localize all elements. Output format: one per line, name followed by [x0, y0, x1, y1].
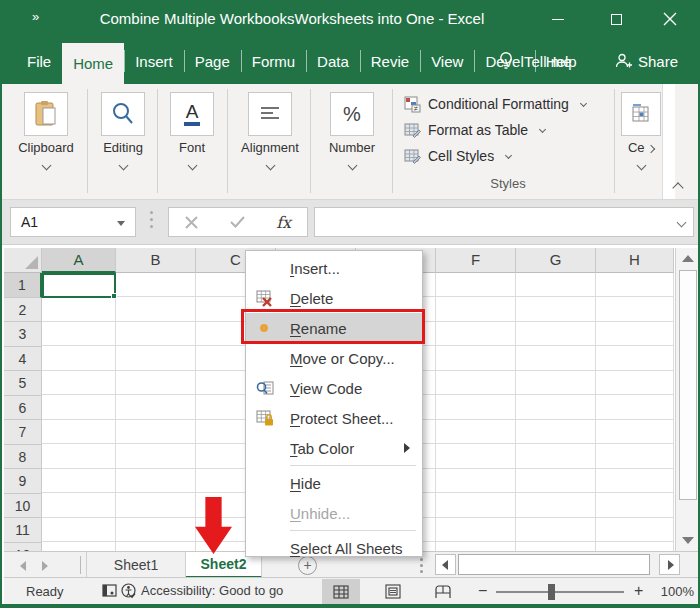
cell-styles-button[interactable]: Cell Styles	[404, 143, 612, 169]
zoom-slider-track[interactable]	[496, 591, 624, 593]
sheet-nav-right-icon[interactable]	[42, 561, 48, 571]
formula-bar-splitter[interactable]	[150, 211, 153, 232]
sheet-nav-left-icon[interactable]	[20, 561, 26, 571]
normal-view-button[interactable]	[322, 579, 360, 604]
macro-record-icon[interactable]	[102, 583, 117, 601]
cell-styles-label: Cell Styles	[428, 148, 494, 164]
menu-item-select-all-sheets[interactable]: Select All Sheets	[246, 533, 422, 563]
zoom-out-button[interactable]: −	[478, 582, 487, 600]
minimize-button[interactable]	[538, 6, 578, 32]
font-group-button[interactable]: A	[170, 92, 214, 136]
zoom-level-label[interactable]: 100%	[652, 584, 694, 599]
clipboard-group-button[interactable]	[24, 92, 68, 136]
tab-file[interactable]: File	[16, 38, 62, 84]
number-group-button[interactable]: %	[330, 92, 374, 136]
menu-item-hide[interactable]: Hide	[246, 468, 422, 498]
tab-insert[interactable]: Insert	[124, 38, 184, 84]
share-button[interactable]: Share	[614, 38, 678, 84]
menu-item-move-or-copy[interactable]: Move or Copy...	[246, 343, 422, 373]
insert-function-button[interactable]: fx	[276, 213, 291, 232]
vertical-scrollbar[interactable]	[675, 248, 700, 551]
clipboard-group-label: Clipboard	[8, 140, 84, 155]
row-header-9[interactable]: 9	[4, 469, 42, 494]
row-header-3[interactable]: 3	[4, 322, 42, 347]
menu-item-view-code[interactable]: View Code	[246, 373, 422, 403]
column-header-h[interactable]: H	[596, 248, 674, 273]
name-box-dropdown-icon[interactable]	[117, 221, 125, 226]
chevron-down-icon	[539, 125, 546, 132]
name-box[interactable]: A1	[10, 207, 136, 237]
row-header-5[interactable]: 5	[4, 371, 42, 396]
expand-formula-bar-icon[interactable]	[677, 218, 687, 228]
row-header-7[interactable]: 7	[4, 420, 42, 445]
format-as-table-button[interactable]: Format as Table	[404, 117, 612, 143]
row-header-10[interactable]: 10	[4, 494, 42, 519]
selected-cell-a1[interactable]	[42, 273, 116, 298]
zoom-in-button[interactable]: +	[634, 582, 643, 600]
hscroll-right-button[interactable]	[659, 554, 680, 575]
conditional-formatting-button[interactable]: ≠ Conditional Formatting	[404, 91, 612, 117]
scroll-up-icon[interactable]	[682, 255, 694, 262]
cells-group[interactable]: Ce	[618, 84, 664, 173]
quick-access-overflow-icon[interactable]: »	[32, 9, 37, 24]
font-group[interactable]: A Font	[154, 84, 230, 173]
close-button[interactable]	[650, 6, 690, 32]
alignment-group[interactable]: Alignment	[232, 84, 308, 173]
sheet-tab-sheet1[interactable]: Sheet1	[86, 552, 186, 578]
collapse-ribbon-button[interactable]	[674, 178, 686, 188]
enter-check-icon[interactable]	[230, 216, 245, 228]
menu-item-tab-color[interactable]: Tab Color	[246, 433, 422, 463]
tell-me-box[interactable]: Tell me	[498, 38, 572, 84]
scroll-down-icon[interactable]	[682, 537, 694, 544]
column-header-b[interactable]: B	[116, 248, 196, 273]
tab-formulas[interactable]: Formu	[241, 38, 306, 84]
column-header-f[interactable]: F	[436, 248, 516, 273]
column-header-g[interactable]: G	[516, 248, 596, 273]
conditional-formatting-label: Conditional Formatting	[428, 96, 569, 112]
tab-page-layout[interactable]: Page	[184, 38, 241, 84]
tab-home[interactable]: Home	[62, 43, 124, 84]
cancel-icon[interactable]	[185, 216, 198, 229]
cells-icon	[631, 104, 651, 124]
column-header-a[interactable]: A	[42, 248, 116, 273]
font-group-label: Font	[154, 140, 230, 155]
cells-group-label: Ce	[618, 140, 664, 155]
vertical-scroll-thumb[interactable]	[679, 270, 697, 500]
row-header-6[interactable]: 6	[4, 396, 42, 421]
row-header-1[interactable]: 1	[4, 273, 42, 298]
close-icon	[663, 12, 677, 26]
cells-group-button[interactable]	[621, 92, 661, 136]
page-break-view-button[interactable]	[424, 579, 462, 604]
editing-group[interactable]: Editing	[85, 84, 161, 173]
clipboard-group[interactable]: Clipboard	[8, 84, 84, 173]
row-header-4[interactable]: 4	[4, 347, 42, 372]
row-header-11[interactable]: 11	[4, 518, 42, 543]
zoom-slider-thumb[interactable]	[548, 584, 555, 600]
chevron-down-icon	[187, 161, 197, 171]
scroll-left-icon	[442, 560, 448, 570]
menu-item-protect-sheet[interactable]: Protect Sheet...	[246, 403, 422, 433]
ribbon: Clipboard Editing A Font Alignment	[2, 84, 698, 200]
tab-data[interactable]: Data	[306, 38, 360, 84]
tab-view[interactable]: View	[420, 38, 474, 84]
magnifier-icon	[110, 101, 136, 127]
tab-review[interactable]: Revie	[360, 38, 420, 84]
formula-bar: A1 fx	[2, 200, 698, 245]
hscroll-left-button[interactable]	[435, 554, 456, 575]
alignment-group-button[interactable]	[248, 92, 292, 136]
row-header-12[interactable]: 12	[4, 543, 42, 552]
number-group[interactable]: % Number	[314, 84, 390, 173]
select-all-triangle-icon	[25, 256, 38, 269]
select-all-corner[interactable]	[4, 248, 42, 273]
fill-handle[interactable]	[111, 293, 117, 299]
row-header-8[interactable]: 8	[4, 445, 42, 470]
page-layout-view-button[interactable]	[374, 579, 412, 604]
maximize-button[interactable]	[596, 6, 636, 32]
formula-input[interactable]	[314, 207, 694, 237]
menu-item-insert[interactable]: Insert...	[246, 253, 422, 283]
row-header-2[interactable]: 2	[4, 298, 42, 323]
accessibility-status[interactable]: Accessibility: Good to go	[120, 582, 283, 599]
horizontal-scroll-thumb[interactable]	[458, 554, 650, 575]
tab-bar-separator	[80, 556, 81, 574]
editing-group-button[interactable]	[101, 92, 145, 136]
